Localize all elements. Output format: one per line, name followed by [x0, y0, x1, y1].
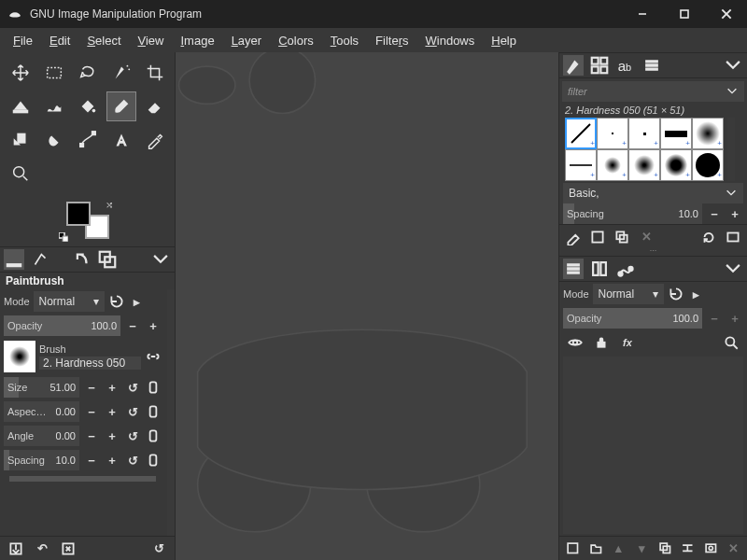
minimize-button[interactable]	[621, 0, 663, 28]
brush-cell[interactable]: +	[628, 118, 660, 149]
maximize-button[interactable]	[663, 0, 705, 28]
tool-paintbrush[interactable]	[106, 91, 136, 121]
mode-menu-icon[interactable]: ▸	[129, 293, 146, 310]
brush-cell[interactable]: +	[565, 149, 597, 181]
brush-scrollbar[interactable]	[727, 118, 735, 181]
brush-name-field[interactable]: 2. Hardness 050	[39, 357, 141, 370]
lock-icon[interactable]	[593, 334, 610, 351]
merge-layer-icon[interactable]	[680, 540, 696, 557]
tab-channels-icon[interactable]	[589, 259, 610, 279]
restore-preset-icon[interactable]: ↶	[34, 540, 50, 557]
close-button[interactable]	[705, 0, 747, 28]
tab-history-icon[interactable]	[641, 55, 662, 76]
tab-images-icon[interactable]	[97, 249, 118, 270]
brush-cell[interactable]: +	[692, 118, 724, 149]
brush-cell[interactable]: +	[597, 118, 628, 149]
tool-text[interactable]	[106, 125, 136, 155]
tab-undo-icon[interactable]	[71, 249, 92, 270]
opacity-minus[interactable]: −	[124, 317, 141, 334]
opacity-slider[interactable]: Opacity 100.0	[4, 315, 120, 336]
angle-link[interactable]	[145, 427, 162, 444]
aspect-minus[interactable]: −	[83, 403, 100, 420]
brush-cell[interactable]: +	[565, 118, 597, 149]
tab-brushes-icon[interactable]	[563, 55, 584, 76]
tool-free-select[interactable]	[73, 58, 103, 88]
scrollbar[interactable]	[167, 289, 175, 536]
fx-icon[interactable]: fx	[619, 334, 636, 351]
brush-link-icon[interactable]	[145, 348, 162, 365]
save-preset-icon[interactable]	[7, 540, 24, 557]
layer-mode-select[interactable]: Normal ▾	[593, 284, 664, 304]
tool-smudge[interactable]	[39, 125, 69, 155]
delete-preset-icon[interactable]	[60, 540, 77, 557]
opacity-plus[interactable]: +	[145, 317, 162, 334]
brush-preset-select[interactable]: Basic,	[563, 183, 743, 203]
raise-layer-icon[interactable]: ▴	[611, 540, 627, 557]
open-as-image-icon[interactable]	[725, 229, 741, 245]
tool-rect-select[interactable]	[39, 58, 69, 88]
layer-opacity-minus[interactable]: −	[706, 310, 723, 327]
spacing-plus[interactable]: +	[104, 452, 120, 469]
size-link[interactable]	[145, 379, 162, 396]
duplicate-layer-icon[interactable]	[657, 540, 673, 557]
tool-clone[interactable]	[6, 125, 35, 155]
menu-tools[interactable]: Tools	[323, 31, 366, 50]
spacing-link[interactable]	[145, 452, 162, 469]
tab-device-status-icon[interactable]	[30, 249, 50, 270]
menu-help[interactable]: Help	[484, 31, 524, 50]
mask-layer-icon[interactable]	[703, 540, 719, 557]
menu-windows[interactable]: Windows	[418, 31, 483, 50]
tool-transform[interactable]	[6, 91, 35, 121]
angle-slider[interactable]: Angle 0.00	[4, 426, 79, 446]
menu-view[interactable]: View	[131, 31, 172, 50]
menu-file[interactable]: File	[6, 31, 40, 50]
delete-layer-icon[interactable]: ✕	[726, 540, 741, 557]
angle-reset[interactable]: ↺	[124, 427, 141, 444]
refresh-brushes-icon[interactable]	[700, 229, 717, 245]
foreground-color[interactable]	[66, 202, 91, 226]
brushes-configure-icon[interactable]	[723, 55, 743, 76]
brush-spacing-plus[interactable]: +	[726, 205, 743, 222]
size-slider[interactable]: Size 51.00	[4, 377, 79, 398]
aspect-link[interactable]	[145, 403, 162, 420]
delete-brush-icon[interactable]: ✕	[638, 229, 655, 245]
brush-cell[interactable]: +	[628, 149, 660, 181]
menu-layer[interactable]: Layer	[224, 31, 270, 50]
menu-colors[interactable]: Colors	[271, 31, 321, 50]
size-reset[interactable]: ↺	[124, 379, 141, 396]
tool-crop[interactable]	[140, 58, 170, 88]
lower-layer-icon[interactable]: ▾	[634, 540, 650, 557]
menu-edit[interactable]: Edit	[42, 31, 78, 50]
tool-eraser[interactable]	[140, 91, 170, 121]
mode-select[interactable]: Normal ▾	[34, 291, 105, 312]
menu-filters[interactable]: Filters	[368, 31, 416, 50]
spacing-reset[interactable]: ↺	[124, 452, 141, 469]
new-layer-icon[interactable]	[565, 540, 581, 557]
tool-path[interactable]	[73, 125, 103, 155]
tab-layers-icon[interactable]	[563, 259, 584, 279]
tool-zoom[interactable]	[6, 159, 35, 189]
tool-fuzzy-select[interactable]	[106, 58, 136, 88]
layer-opacity-plus[interactable]: +	[726, 310, 743, 327]
menu-select[interactable]: Select	[79, 31, 128, 50]
size-plus[interactable]: +	[104, 379, 120, 396]
visibility-icon[interactable]	[567, 334, 584, 351]
layer-opacity-slider[interactable]: Opacity 100.0	[563, 308, 702, 329]
tool-warp[interactable]	[39, 91, 69, 121]
menu-image[interactable]: Image	[173, 31, 221, 50]
swap-colors-icon[interactable]: ⤭	[106, 200, 113, 210]
tool-color-picker[interactable]	[140, 125, 170, 155]
mode-reset-icon[interactable]	[108, 293, 125, 310]
brush-cell[interactable]: +	[597, 149, 628, 181]
layers-list[interactable]	[563, 357, 743, 534]
configure-tab-icon[interactable]	[150, 249, 171, 270]
panel-grip[interactable]: ∙∙∙	[559, 248, 747, 256]
brush-spacing-minus[interactable]: −	[706, 205, 723, 222]
brush-cell[interactable]: +	[692, 149, 724, 181]
layer-mode-menu[interactable]: ▸	[688, 286, 705, 302]
reset-all-icon[interactable]: ↺	[150, 540, 167, 557]
layer-mode-reset[interactable]	[668, 286, 684, 302]
angle-plus[interactable]: +	[104, 427, 120, 444]
brush-cell[interactable]: +	[660, 149, 692, 181]
edit-brush-icon[interactable]	[565, 229, 582, 245]
